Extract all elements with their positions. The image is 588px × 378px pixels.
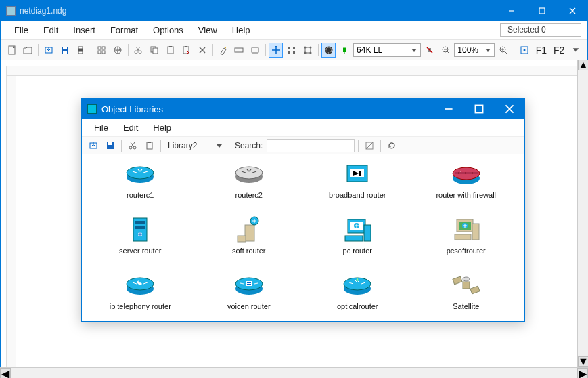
import-icon[interactable] xyxy=(41,43,56,58)
library-item-router-firewall[interactable]: router with firewall xyxy=(413,160,520,213)
unplug-icon[interactable] xyxy=(422,43,437,58)
menu-format[interactable]: Format xyxy=(104,22,145,38)
selection-status: Selected 0 xyxy=(500,23,581,37)
save-icon[interactable] xyxy=(58,43,72,58)
library-item-routerc1[interactable]: routerc1 xyxy=(87,160,194,213)
horizontal-scrollbar[interactable]: ◀ ▶ xyxy=(0,367,588,378)
pcsoftrouter-icon xyxy=(450,215,482,245)
dropdown-icon[interactable] xyxy=(568,43,583,58)
ip-telephony-icon xyxy=(125,275,156,297)
scroll-up-icon[interactable]: ▲ xyxy=(578,60,588,70)
copy-icon[interactable] xyxy=(147,43,162,58)
open-icon[interactable] xyxy=(21,43,36,58)
svg-point-71 xyxy=(235,167,263,179)
new-icon[interactable] xyxy=(5,43,20,58)
scroll-down-icon[interactable]: ▼ xyxy=(578,356,588,367)
globe-icon[interactable] xyxy=(110,43,125,58)
cut-icon[interactable] xyxy=(131,43,146,58)
dialog-minimize-button[interactable] xyxy=(433,99,463,119)
grid-icon[interactable] xyxy=(94,43,109,58)
library-item-pc-router[interactable]: pc router xyxy=(304,215,411,268)
paste-special-icon[interactable] xyxy=(179,43,194,58)
svg-rect-10 xyxy=(78,47,83,49)
svg-rect-106 xyxy=(453,276,462,285)
library-item-satellite[interactable]: Satellite xyxy=(413,271,520,321)
f2-label[interactable]: F2 xyxy=(551,45,567,56)
menu-file[interactable]: File xyxy=(7,22,35,38)
firewall-router-icon xyxy=(451,163,482,186)
library-item-broadband-router[interactable]: broadband router xyxy=(304,160,411,213)
refresh-icon[interactable] xyxy=(384,138,399,153)
library-item-voicen-router[interactable]: voicen router xyxy=(196,271,302,321)
separator xyxy=(212,44,213,56)
library-item-server-router[interactable]: server router xyxy=(87,215,194,268)
library-item-label: pc router xyxy=(343,247,372,255)
server-router-icon xyxy=(127,215,154,245)
svg-rect-15 xyxy=(102,51,105,54)
svg-rect-40 xyxy=(343,48,346,52)
link-speed-combo[interactable]: 64K LL xyxy=(353,43,421,57)
dialog-save-icon[interactable] xyxy=(103,138,118,153)
dialog-cut-icon[interactable] xyxy=(125,138,140,153)
snap-toggle-icon[interactable] xyxy=(269,43,284,58)
scroll-right-icon[interactable]: ▶ xyxy=(577,368,588,378)
clear-search-icon[interactable] xyxy=(362,138,377,153)
print-icon[interactable] xyxy=(74,43,89,58)
optical-router-icon xyxy=(342,275,373,297)
satellite-icon xyxy=(449,272,483,299)
menu-help[interactable]: Help xyxy=(225,22,257,38)
menu-insert[interactable]: Insert xyxy=(66,22,102,38)
zoom-out-icon[interactable] xyxy=(438,43,453,58)
dotted-globe-icon[interactable] xyxy=(321,43,336,58)
vertical-scrollbar[interactable]: ▲ ▼ xyxy=(577,60,588,367)
library-item-ip-telephony-router[interactable]: ip telephony router xyxy=(87,271,194,321)
library-item-routerc2[interactable]: routerc2 xyxy=(196,160,302,213)
dialog-maximize-button[interactable] xyxy=(463,99,494,119)
format-painter-icon[interactable] xyxy=(216,43,231,58)
text-tool-icon[interactable] xyxy=(231,43,246,58)
f1-label[interactable]: F1 xyxy=(533,45,549,56)
dialog-paste-icon[interactable] xyxy=(142,138,157,153)
maximize-button[interactable] xyxy=(526,1,557,21)
library-item-label: server router xyxy=(119,247,161,255)
dialog-menu-edit[interactable]: Edit xyxy=(116,121,145,135)
menu-edit[interactable]: Edit xyxy=(37,22,65,38)
search-input[interactable] xyxy=(267,139,355,152)
delete-icon[interactable] xyxy=(195,43,210,58)
dialog-menu-help[interactable]: Help xyxy=(146,121,178,135)
svg-rect-8 xyxy=(63,51,67,54)
align-icon[interactable] xyxy=(284,43,299,58)
plug-icon[interactable] xyxy=(337,43,352,58)
separator xyxy=(38,44,39,56)
svg-rect-98 xyxy=(472,224,479,240)
zoom-in-icon[interactable] xyxy=(496,43,511,58)
svg-rect-97 xyxy=(455,234,471,240)
library-item-label: routerc1 xyxy=(127,191,154,199)
paste-icon[interactable] xyxy=(163,43,178,58)
link-speed-value: 64K LL xyxy=(357,45,382,55)
library-combo[interactable]: Library2 xyxy=(164,139,225,152)
dialog-menu-file[interactable]: File xyxy=(87,121,115,135)
library-item-optical-router[interactable]: opticalrouter xyxy=(304,271,411,321)
scroll-left-icon[interactable]: ◀ xyxy=(0,368,11,378)
svg-line-50 xyxy=(505,51,507,54)
menu-options[interactable]: Options xyxy=(146,22,190,38)
dialog-app-icon xyxy=(87,104,97,114)
main-title: netdiag1.ndg xyxy=(20,6,66,16)
dialog-import-icon[interactable] xyxy=(86,138,101,153)
library-item-pcsoftrouter[interactable]: pcsoftrouter xyxy=(413,215,520,268)
library-item-label: pcsoftrouter xyxy=(447,247,486,255)
distribute-icon[interactable] xyxy=(300,43,315,58)
menu-view[interactable]: View xyxy=(191,22,224,38)
svg-rect-65 xyxy=(148,142,151,143)
minimize-button[interactable] xyxy=(496,1,526,21)
fit-window-icon[interactable] xyxy=(517,43,532,58)
line-tool-icon[interactable] xyxy=(248,43,263,58)
zoom-combo[interactable]: 100% xyxy=(454,43,495,57)
svg-rect-92 xyxy=(345,236,363,241)
separator xyxy=(128,44,129,56)
dialog-close-button[interactable] xyxy=(494,99,524,119)
library-item-soft-router[interactable]: soft router xyxy=(196,215,302,268)
close-button[interactable] xyxy=(557,1,587,21)
svg-point-69 xyxy=(127,167,154,179)
